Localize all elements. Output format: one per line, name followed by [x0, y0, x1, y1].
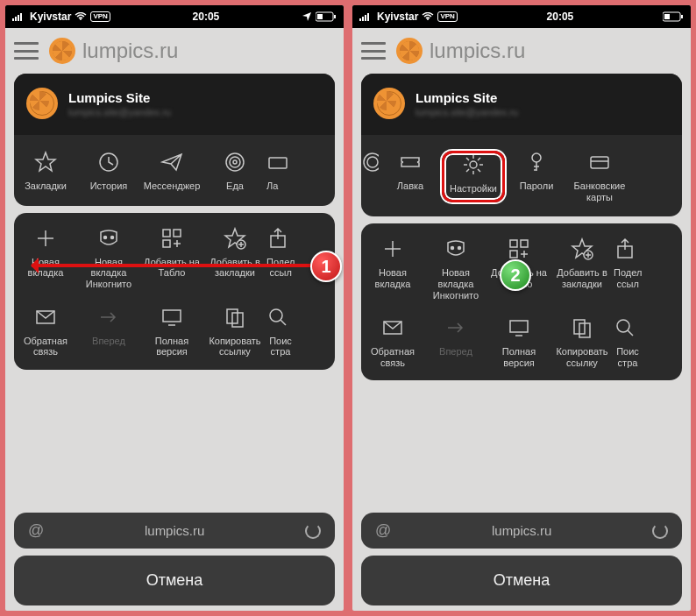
search-icon [266, 306, 289, 329]
svg-point-9 [226, 153, 244, 171]
browser-header: lumpics.ru [5, 28, 344, 74]
monitor-icon [508, 316, 530, 339]
at-icon: @ [375, 521, 391, 540]
svg-point-33 [364, 153, 379, 171]
svg-rect-28 [367, 13, 369, 21]
spiral-icon [224, 151, 246, 173]
battery-icon [663, 11, 684, 22]
swipe-arrow [32, 264, 319, 267]
plus-icon [34, 227, 57, 250]
arrow-right-icon [444, 316, 467, 339]
incognito-button[interactable]: Новая вкладка Инкогнито [424, 237, 487, 301]
share-icon [614, 237, 636, 260]
svg-rect-41 [521, 240, 528, 247]
search-icon [614, 316, 636, 339]
gear-icon [462, 153, 485, 176]
phone-left: Kyivstar VPN 20:05 lumpics.ru Lumpics Si… [5, 5, 344, 611]
add-bookmark-button[interactable]: Добавить в закладки [203, 227, 266, 290]
wifi-icon [75, 12, 87, 21]
svg-point-11 [233, 160, 237, 164]
svg-point-14 [111, 236, 114, 238]
add-bookmark-button[interactable]: Добавить в закладки [550, 237, 614, 301]
incognito-button[interactable]: Новая вкладка Инкогнито [77, 227, 140, 290]
shortcuts-row[interactable]: Лавка Настройки Пароли Банковские карты [361, 135, 682, 216]
copy-link-button[interactable]: Копировать ссылку [550, 316, 614, 368]
logo-icon [49, 38, 75, 64]
brand[interactable]: lumpics.ru [396, 38, 525, 64]
cancel-button[interactable]: Отмена [14, 556, 335, 605]
key-icon [525, 151, 548, 173]
account-header[interactable]: Lumpics Site lumpics.site@yandex.ru [14, 74, 335, 135]
reload-icon[interactable] [652, 523, 668, 539]
food-button-partial[interactable] [361, 151, 379, 202]
forward-button: Вперед [77, 306, 140, 358]
svg-rect-17 [163, 240, 170, 247]
share-button-partial[interactable]: Подел ссыл [614, 237, 642, 301]
find-button-partial[interactable]: Поис стра [614, 316, 642, 368]
svg-rect-27 [365, 15, 366, 21]
history-icon [97, 151, 120, 173]
svg-rect-3 [20, 13, 22, 21]
menu-sheet-top: Lumpics Site lumpics.site@yandex.ru Лавк… [361, 74, 682, 216]
food-button[interactable]: Еда [203, 151, 266, 192]
lavka-button-partial[interactable]: Ла [266, 151, 295, 192]
menu-sheet-actions: Новая вкладка Новая вкладка Инкогнито До… [361, 223, 682, 380]
svg-point-35 [470, 161, 477, 168]
account-email: lumpics.site@yandex.ru [68, 107, 171, 117]
svg-point-49 [617, 320, 629, 332]
svg-rect-15 [163, 230, 170, 237]
cards-button[interactable]: Банковские карты [568, 151, 631, 202]
copy-icon [224, 306, 246, 329]
brand[interactable]: lumpics.ru [49, 38, 178, 64]
passwords-button[interactable]: Пароли [505, 151, 568, 202]
desktop-version-button[interactable]: Полная версия [140, 306, 203, 358]
shortcuts-row[interactable]: Закладки История Мессенджер Еда Ла [14, 135, 335, 206]
battery-icon [316, 11, 337, 22]
account-header[interactable]: Lumpics Site lumpics.site@yandex.ru [361, 74, 682, 135]
svg-point-36 [532, 153, 541, 162]
settings-button[interactable]: Настройки [442, 151, 505, 202]
account-email: lumpics.site@yandex.ru [415, 107, 518, 117]
messenger-button[interactable]: Мессенджер [140, 151, 203, 192]
svg-rect-25 [359, 18, 361, 21]
status-bar: Kyivstar VPN 20:05 [5, 5, 344, 28]
add-tablo-button[interactable]: Добавить на Табло [140, 227, 203, 290]
bookmarks-button[interactable]: Закладки [14, 151, 77, 192]
svg-rect-16 [174, 230, 181, 237]
url-bar[interactable]: @lumpics.ru [14, 513, 335, 549]
plus-icon [381, 237, 404, 260]
share-button-partial[interactable]: Подел ссыл [266, 227, 295, 290]
menu-icon[interactable] [14, 42, 39, 60]
phone-right: Kyivstar VPN 20:05 lumpics.ru Lumpics Si… [352, 5, 691, 611]
spiral-icon [361, 151, 379, 173]
url-bar[interactable]: @lumpics.ru [361, 513, 682, 549]
feedback-button[interactable]: Обратная связь [14, 306, 77, 358]
svg-rect-6 [317, 14, 323, 19]
share-icon [266, 227, 289, 250]
lavka-button[interactable]: Лавка [379, 151, 442, 202]
desktop-version-button[interactable]: Полная версия [487, 316, 550, 368]
new-tab-button[interactable]: Новая вкладка [361, 237, 424, 301]
svg-rect-40 [510, 240, 517, 247]
svg-rect-1 [15, 17, 17, 21]
carrier-label: Kyivstar [30, 11, 71, 23]
svg-point-39 [458, 247, 461, 250]
mail-icon [381, 316, 404, 339]
send-icon [160, 151, 183, 173]
vpn-badge: VPN [437, 11, 457, 22]
copy-link-button[interactable]: Копировать ссылку [203, 306, 266, 358]
history-button[interactable]: История [77, 151, 140, 192]
cancel-button[interactable]: Отмена [361, 556, 682, 605]
feedback-button[interactable]: Обратная связь [361, 316, 424, 368]
mail-icon [34, 306, 57, 329]
account-name: Lumpics Site [68, 90, 171, 105]
reload-icon[interactable] [305, 523, 321, 539]
menu-icon[interactable] [361, 42, 386, 60]
find-button-partial[interactable]: Поис стра [266, 306, 295, 358]
svg-point-24 [270, 309, 282, 322]
signal-icon [12, 12, 26, 21]
svg-point-34 [367, 157, 378, 167]
wifi-icon [422, 12, 434, 21]
mask-icon [444, 237, 467, 260]
browser-header: lumpics.ru [352, 28, 691, 74]
